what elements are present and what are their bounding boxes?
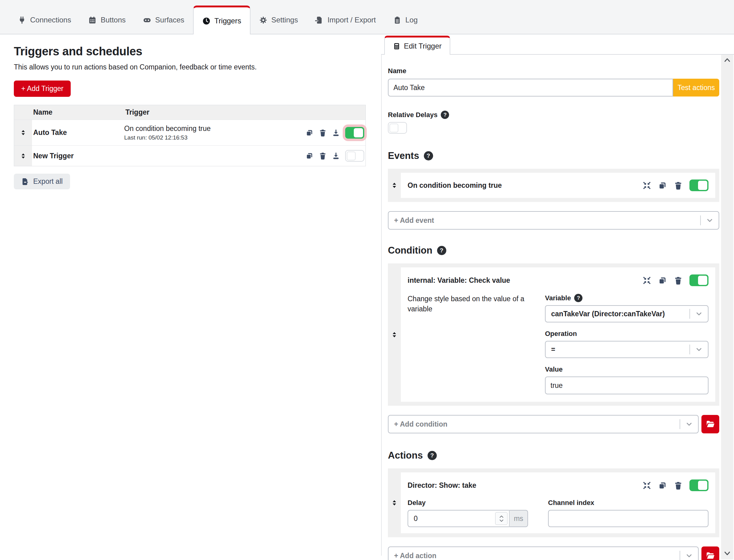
tab-triggers[interactable]: Triggers (193, 6, 251, 34)
operation-select[interactable]: = (545, 341, 708, 358)
relative-delays-toggle[interactable] (388, 122, 407, 134)
trigger-enabled-toggle[interactable] (345, 150, 364, 162)
help-icon[interactable]: ? (428, 451, 437, 460)
channel-index-label-text: Channel index (548, 499, 594, 507)
select-chevron-zone (700, 212, 719, 229)
folder-open-icon (706, 551, 715, 560)
delete-icon[interactable] (319, 129, 327, 137)
action-enabled-toggle[interactable] (689, 479, 708, 491)
separator (689, 309, 690, 319)
chevron-up-icon (499, 515, 504, 518)
tab-edit-trigger[interactable]: Edit Trigger (384, 36, 450, 55)
download-icon[interactable] (332, 152, 340, 160)
toggle-knob (698, 481, 707, 490)
events-heading: Events ? (388, 150, 719, 161)
export-all-button[interactable]: Export all (14, 174, 70, 189)
delay-label-text: Delay (408, 499, 426, 507)
help-icon[interactable]: ? (424, 151, 433, 160)
tab-settings[interactable]: Settings (251, 6, 307, 34)
export-all-label: Export all (33, 177, 63, 186)
value-field: Value (545, 365, 708, 394)
variable-select[interactable]: canTakeVar (Director:canTakeVar) (545, 305, 708, 322)
tab-buttons[interactable]: Buttons (80, 6, 134, 34)
plug-icon (18, 16, 26, 24)
action-item-actions (642, 479, 708, 491)
help-icon[interactable]: ? (437, 246, 446, 255)
collapse-icon[interactable] (642, 481, 651, 490)
tab-settings-label: Settings (271, 16, 298, 24)
table-row-auto-take: Auto Take On condition becoming true Las… (14, 120, 365, 146)
delete-icon[interactable] (674, 276, 683, 285)
delay-label: Delay (408, 499, 528, 507)
condition-enabled-toggle[interactable] (689, 274, 708, 286)
trigger-name[interactable]: Auto Take (32, 120, 124, 145)
action-title: Director: Show: take (408, 481, 476, 490)
add-event-select[interactable]: + Add event (388, 211, 719, 230)
trigger-enabled-toggle[interactable] (345, 127, 364, 139)
event-enabled-toggle[interactable] (689, 179, 708, 191)
duplicate-icon[interactable] (306, 129, 314, 137)
event-item-actions (642, 179, 708, 191)
add-action-select[interactable]: + Add action (388, 546, 699, 560)
drag-handle[interactable] (14, 120, 32, 145)
delay-input[interactable] (413, 514, 459, 523)
trigger-name[interactable]: New Trigger (32, 146, 124, 166)
add-event-placeholder: + Add event (394, 216, 434, 225)
duplicate-icon[interactable] (306, 152, 314, 160)
actions-heading: Actions ? (388, 450, 719, 461)
separator (680, 551, 680, 560)
tab-connections-label: Connections (30, 16, 71, 24)
trigger-cell (124, 146, 306, 166)
trigger-name-input[interactable] (388, 79, 673, 97)
help-icon[interactable]: ? (574, 294, 582, 302)
chevron-down-icon (685, 552, 693, 560)
variable-label-text: Variable (545, 294, 571, 302)
add-trigger-button[interactable]: + Add Trigger (14, 81, 71, 97)
name-input-group: Test actions (388, 79, 719, 97)
editor-left-border (381, 54, 382, 556)
browse-actions-button[interactable] (701, 546, 719, 560)
number-stepper[interactable] (495, 512, 507, 525)
editor-scrollbar[interactable] (721, 54, 733, 559)
value-input[interactable] (545, 377, 708, 394)
drag-handle[interactable] (391, 499, 398, 507)
drag-handle[interactable] (391, 331, 398, 338)
drag-handle[interactable] (14, 146, 32, 166)
events-heading-text: Events (388, 150, 419, 161)
edit-trigger-tab-label: Edit Trigger (404, 42, 442, 50)
test-actions-button[interactable]: Test actions (673, 79, 719, 97)
add-event-row: + Add event (388, 211, 719, 230)
browse-conditions-button[interactable] (701, 415, 719, 433)
operation-field: Operation = (545, 330, 708, 358)
delay-field: Delay ms (408, 499, 528, 527)
tab-log[interactable]: Log (385, 6, 426, 34)
action-title-row: Director: Show: take (408, 479, 708, 492)
triggers-pane: Triggers and schedules This allows you t… (0, 34, 381, 189)
tab-buttons-label: Buttons (101, 16, 125, 24)
drag-handle[interactable] (391, 182, 398, 189)
actions-panel: Director: Show: take Delay (388, 468, 719, 537)
download-icon[interactable] (332, 129, 340, 137)
duplicate-icon[interactable] (658, 181, 667, 190)
trigger-table-header: Name Trigger (14, 105, 365, 120)
tab-surfaces[interactable]: Surfaces (134, 6, 193, 34)
event-item: On condition becoming true (401, 173, 715, 198)
tab-triggers-label: Triggers (215, 17, 241, 25)
select-chevron-zone (680, 416, 698, 433)
select-chevron-zone (680, 547, 698, 560)
ms-unit-addon: ms (509, 510, 528, 527)
help-icon[interactable]: ? (441, 111, 449, 119)
collapse-icon[interactable] (642, 276, 651, 285)
channel-index-input[interactable] (548, 510, 708, 527)
delete-icon[interactable] (674, 481, 683, 490)
collapse-icon[interactable] (642, 181, 651, 190)
tab-log-label: Log (405, 16, 418, 24)
duplicate-icon[interactable] (658, 276, 667, 285)
tab-import-export[interactable]: Import / Export (306, 6, 384, 34)
value-label: Value (545, 365, 708, 373)
delete-icon[interactable] (319, 152, 327, 160)
delete-icon[interactable] (674, 181, 683, 190)
duplicate-icon[interactable] (658, 481, 667, 490)
tab-connections[interactable]: Connections (9, 6, 80, 34)
add-condition-select[interactable]: + Add condition (388, 415, 699, 433)
